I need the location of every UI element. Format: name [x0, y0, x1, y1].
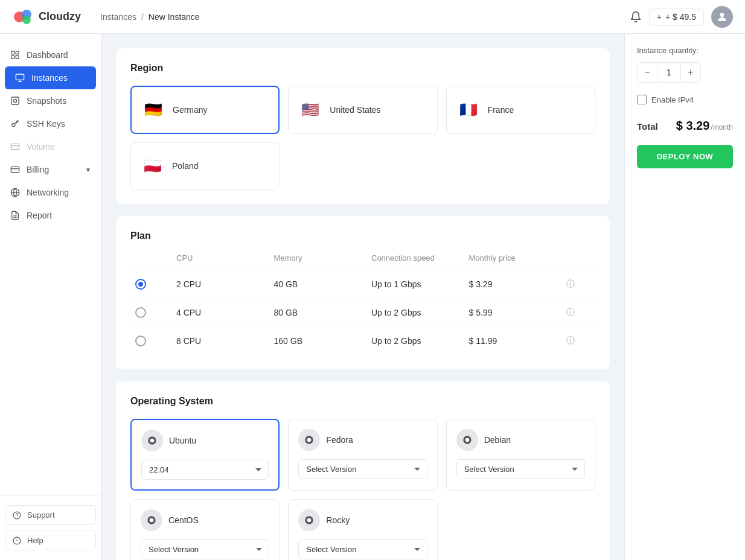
plan-price-2: $ 5.99 [469, 308, 562, 317]
breadcrumb-parent[interactable]: Instances [100, 12, 136, 22]
sidebar-item-snapshots[interactable]: Snapshots [0, 89, 101, 112]
region-section: Region 🇩🇪 Germany 🇺🇸 United States 🇫🇷 Fr… [116, 48, 610, 204]
networking-icon [10, 187, 21, 198]
sidebar-item-report[interactable]: Report [0, 204, 101, 227]
plan-radio-2[interactable] [135, 307, 146, 318]
avatar[interactable] [711, 6, 733, 28]
plan-cpu-1: 2 CPU [176, 279, 269, 289]
centos-name: CentOS [168, 515, 199, 525]
region-card-germany[interactable]: 🇩🇪 Germany [130, 86, 280, 134]
deploy-button[interactable]: DEPLOY NOW [637, 145, 733, 168]
sidebar-item-networking[interactable]: Networking [0, 181, 101, 204]
plan-speed-2: Up to 2 Gbps [371, 308, 464, 317]
os-grid-row2: CentOS Select Version Rocky [130, 499, 595, 560]
debian-version-select[interactable]: Select Version [456, 459, 585, 479]
svg-point-2 [22, 16, 31, 24]
region-title: Region [130, 63, 595, 74]
svg-rect-4 [11, 51, 14, 54]
plan-price-3: $ 11.99 [469, 336, 562, 346]
svg-rect-5 [16, 51, 19, 54]
sidebar-item-report-label: Report [27, 211, 52, 220]
qty-plus-button[interactable]: + [681, 63, 700, 82]
plan-info-1[interactable]: ⓘ [566, 279, 590, 290]
balance-icon: + [657, 12, 662, 22]
plan-memory-3: 160 GB [274, 336, 367, 346]
plan-row-1[interactable]: 2 CPU 40 GB Up to 1 Gbps $ 3.29 ⓘ [130, 270, 595, 299]
main-content: Region 🇩🇪 Germany 🇺🇸 United States 🇫🇷 Fr… [101, 34, 624, 560]
breadcrumb-current: New Instance [149, 12, 200, 22]
region-card-us[interactable]: 🇺🇸 United States [288, 86, 437, 134]
ubuntu-icon [141, 430, 163, 451]
ipv4-row: Enable IPv4 [637, 95, 733, 104]
debian-icon [456, 429, 478, 451]
sidebar-item-instances-label: Instances [31, 73, 68, 83]
centos-version-select[interactable]: Select Version [141, 539, 269, 559]
support-button[interactable]: Support [5, 505, 96, 526]
svg-point-3 [720, 13, 724, 17]
svg-point-34 [307, 518, 312, 523]
svg-point-26 [150, 439, 155, 443]
sidebar-item-dashboard[interactable]: Dashboard [0, 43, 101, 66]
balance-button[interactable]: + + $ 49.5 [649, 8, 704, 26]
us-name: United States [330, 105, 380, 115]
region-card-poland[interactable]: 🇵🇱 Poland [130, 142, 280, 189]
total-row: Total $ 3.29 /month [637, 119, 733, 133]
qty-minus-button[interactable]: − [638, 63, 657, 82]
help-label: Help [27, 536, 43, 545]
germany-name: Germany [173, 105, 208, 115]
plan-info-3[interactable]: ⓘ [566, 336, 590, 346]
svg-point-28 [307, 438, 312, 442]
poland-flag: 🇵🇱 [141, 154, 165, 178]
os-card-rocky[interactable]: Rocky Select Version [288, 499, 437, 560]
total-amount: $ 3.29 [676, 119, 710, 133]
help-button[interactable]: Help [5, 530, 96, 550]
fedora-version-select[interactable]: Select Version [298, 459, 427, 479]
dashboard-icon [10, 49, 21, 60]
os-card-ubuntu[interactable]: Ubuntu 22.04 20.04 [130, 419, 280, 491]
sidebar-item-ssh-keys[interactable]: SSH Keys [0, 112, 101, 135]
ubuntu-version-select[interactable]: 22.04 20.04 [141, 460, 269, 480]
os-grid-row1: Ubuntu 22.04 20.04 Fedora [130, 419, 595, 491]
os-section: Operating System Ubuntu 22.04 20.04 [116, 381, 610, 560]
snapshots-icon [10, 95, 21, 106]
plan-price-1: $ 3.29 [469, 279, 562, 289]
rocky-version-select[interactable]: Select Version [298, 539, 427, 559]
sidebar-item-volume-label: Volume [27, 142, 55, 151]
sidebar-item-ssh-keys-label: SSH Keys [27, 119, 65, 129]
total-price: $ 3.29 /month [676, 119, 733, 133]
ssh-keys-icon [10, 118, 21, 129]
centos-icon [141, 509, 162, 531]
rocky-icon [298, 509, 320, 531]
qty-control: − 1 + [637, 62, 701, 83]
plan-speed-1: Up to 1 Gbps [371, 279, 464, 289]
sidebar-item-volume[interactable]: Volume [0, 135, 101, 158]
region-card-france[interactable]: 🇫🇷 France [446, 86, 595, 134]
ubuntu-name: Ubuntu [169, 436, 196, 445]
total-label: Total [637, 121, 658, 132]
ipv4-checkbox[interactable] [637, 95, 647, 104]
support-label: Support [27, 511, 55, 520]
svg-rect-9 [11, 97, 19, 104]
plan-memory-2: 80 GB [274, 308, 367, 317]
plan-info-2[interactable]: ⓘ [566, 307, 590, 318]
plan-speed-3: Up to 2 Gbps [371, 336, 464, 346]
plan-radio-1[interactable] [135, 279, 146, 290]
plan-row-2[interactable]: 4 CPU 80 GB Up to 2 Gbps $ 5.99 ⓘ [130, 299, 595, 327]
sidebar-item-instances[interactable]: Instances [5, 66, 96, 89]
sidebar-item-dashboard-label: Dashboard [27, 50, 68, 60]
plan-header-price: Monthly price [469, 253, 562, 262]
right-panel: Instance quantity: − 1 + Enable IPv4 Tot… [624, 34, 745, 560]
plan-header-cpu: CPU [176, 253, 269, 262]
os-title: Operating System [130, 396, 595, 407]
sidebar-item-snapshots-label: Snapshots [27, 96, 66, 106]
ipv4-label[interactable]: Enable IPv4 [651, 95, 694, 104]
qty-label: Instance quantity: [637, 46, 733, 55]
plan-radio-3[interactable] [135, 336, 146, 346]
os-card-debian[interactable]: Debian Select Version [446, 419, 595, 491]
plan-row-3[interactable]: 8 CPU 160 GB Up to 2 Gbps $ 11.99 ⓘ [130, 327, 595, 355]
svg-point-11 [12, 123, 15, 126]
os-card-fedora[interactable]: Fedora Select Version [288, 419, 437, 491]
notification-bell-button[interactable] [630, 10, 642, 23]
os-card-centos[interactable]: CentOS Select Version [130, 499, 280, 560]
sidebar-item-billing[interactable]: Billing ▼ [0, 158, 101, 181]
